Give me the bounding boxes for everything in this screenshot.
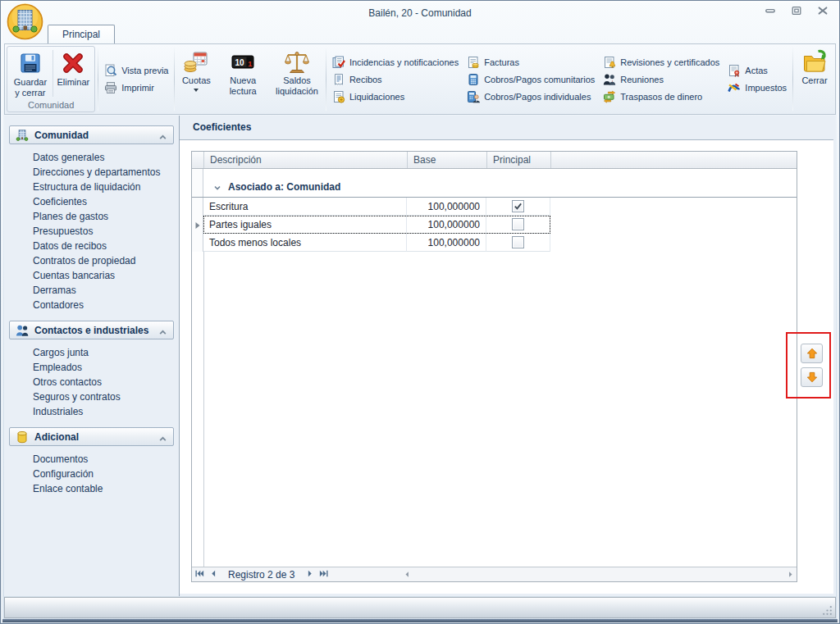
- button-label: Impuestos: [745, 83, 787, 93]
- collapse-chevron-icon[interactable]: [158, 130, 167, 139]
- nueva-lectura-button[interactable]: 101Nueva lectura: [216, 46, 270, 112]
- nav-prev-icon: [208, 569, 218, 581]
- section-label: Adicional: [34, 431, 79, 443]
- liquidaciones-button[interactable]: Liquidaciones: [330, 89, 461, 104]
- guardar-y-cerrar-button[interactable]: Guardar y cerrar: [9, 48, 52, 99]
- recibos-icon: [332, 73, 345, 86]
- nav-next-button[interactable]: [303, 567, 317, 581]
- cell-descripcion[interactable]: Partes iguales: [203, 216, 407, 234]
- cell-principal[interactable]: [486, 198, 550, 216]
- reuniones-icon: [603, 73, 616, 86]
- column-header-descripcion[interactable]: Descripción: [204, 152, 408, 168]
- move-up-button[interactable]: [801, 344, 823, 363]
- scroll-right-button[interactable]: [784, 567, 797, 581]
- column-header-principal[interactable]: Principal: [487, 152, 551, 168]
- actas-button[interactable]: Actas: [725, 63, 789, 78]
- collapse-chevron-icon[interactable]: [158, 432, 167, 441]
- button-label: Nueva lectura: [218, 75, 267, 96]
- grid-empty-area: [192, 252, 797, 567]
- cell-principal[interactable]: [486, 216, 550, 234]
- move-down-button[interactable]: [801, 367, 823, 387]
- row-filler: [550, 234, 797, 252]
- sidebar-item-documentos[interactable]: Documentos: [9, 453, 174, 467]
- sidebar-item-cuentas-bancarias[interactable]: Cuentas bancarias: [9, 269, 174, 284]
- ribbon-separator: [174, 48, 175, 111]
- sidebar-item-cargos-junta[interactable]: Cargos junta: [9, 346, 174, 361]
- grid-group-row[interactable]: Asociado a: Comunidad: [192, 177, 797, 198]
- collapse-chevron-icon[interactable]: [158, 326, 167, 335]
- sidebar-item-datos-de-recibos[interactable]: Datos de recibos: [9, 239, 174, 254]
- traspasos-de-dinero-button[interactable]: Traspasos de dinero: [600, 89, 722, 104]
- cell-descripcion[interactable]: Escritura: [203, 198, 407, 216]
- eliminar-button[interactable]: Eliminar: [53, 48, 93, 99]
- tab-principal[interactable]: Principal: [48, 25, 115, 43]
- incidencias-y-notificaciones-button[interactable]: Incidencias y notificaciones: [330, 55, 461, 70]
- sidebar-item-empleados[interactable]: Empleados: [9, 361, 174, 376]
- horizontal-scrollbar[interactable]: [401, 567, 797, 581]
- principal-checkbox[interactable]: [512, 218, 524, 230]
- close-button[interactable]: [816, 7, 829, 18]
- sidebar-item-industriales[interactable]: Industriales: [9, 405, 174, 420]
- sidebar-item-presupuestos[interactable]: Presupuestos: [9, 225, 174, 239]
- recibos-button[interactable]: Recibos: [330, 72, 461, 87]
- principal-checkbox[interactable]: [512, 200, 524, 212]
- row-indicator-cell: [192, 234, 203, 252]
- sidebar-item-planes-de-gastos[interactable]: Planes de gastos: [9, 210, 174, 225]
- body: ComunidadDatos generalesDirecciones y de…: [4, 116, 836, 596]
- cell-base[interactable]: 100,000000: [407, 198, 486, 216]
- principal-checkbox[interactable]: [512, 236, 524, 248]
- button-label: Cerrar: [801, 75, 827, 86]
- button-label: Saldos liquidación: [272, 75, 322, 96]
- resize-grip[interactable]: [822, 604, 833, 615]
- nueva-lectura-icon: 101: [230, 48, 256, 75]
- cuotas-button[interactable]: Cuotas: [176, 46, 216, 112]
- restore-button[interactable]: [790, 7, 802, 18]
- nav-last-button[interactable]: [317, 567, 331, 581]
- cell-principal[interactable]: [486, 234, 550, 252]
- vista-previa-button[interactable]: Vista previa: [102, 63, 171, 78]
- facturas-button[interactable]: Facturas: [464, 55, 597, 70]
- cell-base[interactable]: 100,000000: [407, 234, 486, 252]
- sidebar-item-enlace-contable[interactable]: Enlace contable: [9, 482, 174, 497]
- window-title: Bailén, 20 - Comunidad: [1, 7, 839, 19]
- sidebar-item-datos-generales[interactable]: Datos generales: [9, 151, 174, 166]
- revisiones-y-certificados-button[interactable]: Revisiones y certificados: [600, 55, 722, 70]
- reuniones-button[interactable]: Reuniones: [600, 72, 722, 87]
- nav-prev-button[interactable]: [206, 567, 220, 581]
- cobros-pagos-individuales-button[interactable]: Cobros/Pagos individuales: [464, 89, 597, 104]
- sidebar-item-contratos-de-propiedad[interactable]: Contratos de propiedad: [9, 254, 174, 269]
- cell-base[interactable]: 100,000000: [407, 216, 486, 234]
- sidebar-item-estructura-de-liquidacion[interactable]: Estructura de liquidación: [9, 180, 174, 195]
- sidebar-item-contadores[interactable]: Contadores: [9, 298, 174, 313]
- sidebar-item-seguros-y-contratos[interactable]: Seguros y contratos: [9, 390, 174, 405]
- sidebar-item-coeficientes[interactable]: Coeficientes: [9, 195, 174, 210]
- column-header-base[interactable]: Base: [408, 152, 487, 168]
- sidebar-item-configuracion[interactable]: Configuración: [9, 467, 174, 482]
- cerrar-button[interactable]: Cerrar: [795, 46, 834, 112]
- ribbon-button-column-3: Revisiones y certificadosReunionesTraspa…: [599, 46, 724, 112]
- cobros-individuales-icon: [467, 90, 480, 103]
- section-header-comunidad[interactable]: Comunidad: [9, 125, 174, 144]
- section-header-adicional[interactable]: Adicional: [9, 427, 174, 446]
- saldos-liquidacion-button[interactable]: Saldos liquidación: [270, 46, 324, 112]
- sidebar: ComunidadDatos generalesDirecciones y de…: [4, 116, 180, 596]
- print-button-column: Vista previaImprimir: [100, 46, 172, 112]
- scroll-left-button[interactable]: [401, 567, 413, 581]
- saldos-liquidacion-icon: [284, 48, 310, 75]
- cell-descripcion[interactable]: Todos menos locales: [203, 234, 407, 252]
- grid-row-todos-menos-locales[interactable]: Todos menos locales100,000000: [192, 234, 797, 252]
- grid-row-escritura[interactable]: Escritura100,000000: [192, 198, 797, 216]
- section-header-contactos-e-industriales[interactable]: Contactos e industriales: [9, 321, 174, 339]
- sidebar-item-direcciones-y-departamentos[interactable]: Direcciones y departamentos: [9, 166, 174, 180]
- grid-row-partes-iguales[interactable]: Partes iguales100,000000: [192, 216, 797, 234]
- imprimir-button[interactable]: Imprimir: [102, 80, 171, 95]
- sidebar-item-derramas[interactable]: Derramas: [9, 284, 174, 298]
- minimize-button[interactable]: [764, 7, 776, 18]
- sidebar-item-otros-contactos[interactable]: Otros contactos: [9, 376, 174, 390]
- nav-first-icon: [194, 569, 204, 581]
- impuestos-button[interactable]: Impuestos: [725, 80, 789, 95]
- button-label: Incidencias y notificaciones: [349, 57, 459, 67]
- nav-first-button[interactable]: [192, 567, 206, 581]
- cobros-pagos-comunitarios-button[interactable]: Cobros/Pagos comunitarios: [464, 72, 597, 87]
- button-label: Facturas: [484, 57, 519, 67]
